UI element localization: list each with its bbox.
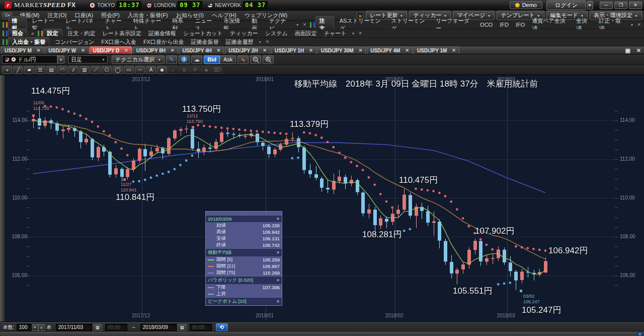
draw-pencil-button[interactable]: ✎ bbox=[166, 55, 177, 64]
chart-restore-icon[interactable]: ▣ bbox=[625, 47, 630, 54]
toolbar-close-icon[interactable]: ✕ bbox=[263, 39, 271, 44]
bid-toggle[interactable]: Bid bbox=[204, 55, 220, 64]
panel-drag-handle[interactable]: ········· bbox=[206, 212, 282, 215]
tab-close-icon[interactable]: ✕ bbox=[405, 48, 409, 53]
ellipse-tool[interactable]: ◯ bbox=[113, 66, 123, 74]
minimize-button[interactable]: ─ bbox=[600, 2, 613, 9]
toolbar-item[interactable]: OCO bbox=[476, 21, 496, 28]
zoom-out-button[interactable] bbox=[250, 55, 261, 64]
ray-tool[interactable]: ⟋ bbox=[91, 66, 101, 74]
text-tool[interactable]: A bbox=[146, 66, 156, 74]
price-chart-canvas[interactable] bbox=[0, 75, 644, 322]
status-close-icon[interactable]: ✕ bbox=[636, 332, 644, 336]
tab-usd-jpy-w[interactable]: USD/JPY W✕ bbox=[45, 46, 88, 54]
zoom-in-button[interactable] bbox=[263, 55, 274, 64]
period-select[interactable]: 日足▼ bbox=[68, 55, 108, 63]
tab-usd-jpy-1h[interactable]: USD/JPY 1H✕ bbox=[271, 46, 316, 54]
toolbar-group-label[interactable]: 設定 bbox=[43, 29, 62, 38]
weather-button[interactable]: ☁ bbox=[191, 55, 202, 64]
technical-select-button[interactable]: テクニカル選択▼ bbox=[112, 55, 165, 64]
parallel-lines-tool[interactable]: ☰ bbox=[35, 66, 45, 74]
tab-usd-jpy-d[interactable]: USD/JPY D✕ bbox=[90, 46, 132, 54]
toolbar-item[interactable]: 証拠金履歴 bbox=[222, 38, 257, 46]
tab-close-icon[interactable]: ✕ bbox=[309, 48, 313, 53]
stamp-tool[interactable]: ☻ bbox=[157, 66, 167, 74]
tab-close-icon[interactable]: ✕ bbox=[171, 48, 175, 53]
toolbar-group-label[interactable]: 照会 bbox=[8, 29, 27, 38]
tab-usd-jpy-1m[interactable]: USD/JPY 1M✕ bbox=[414, 46, 459, 54]
toolbar-more-icon[interactable]: ▼ bbox=[350, 32, 356, 35]
fib-fan-tool[interactable]: ⫽ bbox=[68, 66, 78, 74]
tab-usd-jpy-30m[interactable]: USD/JPY 30M✕ bbox=[317, 46, 366, 54]
date-to-input[interactable]: 2018/03/09 bbox=[140, 324, 177, 331]
toolbar-item[interactable]: 証拠金情報 bbox=[145, 29, 180, 38]
pair-dropdown-button[interactable]: ▼ bbox=[57, 55, 64, 63]
toolbar-close-icon[interactable]: ✕ bbox=[301, 22, 309, 27]
toolbar-more-icon[interactable]: ▼ bbox=[257, 40, 263, 44]
toolbar-item[interactable]: コンバージョン bbox=[51, 38, 98, 46]
gann-fan-tool[interactable]: ◠ bbox=[57, 66, 67, 74]
tab-usd-jpy-8h[interactable]: USD/JPY 8H✕ bbox=[133, 46, 178, 54]
tab-usd-jpy-2h[interactable]: USD/JPY 2H✕ bbox=[225, 46, 270, 54]
bar-count-input[interactable]: 100 bbox=[17, 324, 32, 331]
panel-section-close-icon[interactable]: ✕ bbox=[276, 217, 280, 221]
toolbar-item[interactable]: 注文・約定 bbox=[64, 29, 99, 38]
tab-close-icon[interactable]: ✕ bbox=[217, 48, 221, 53]
login-dropdown-arrow[interactable]: ▶ bbox=[587, 1, 593, 10]
crosshair-tool[interactable]: ＋ bbox=[2, 66, 12, 74]
left-collapse-handle[interactable] bbox=[0, 75, 6, 321]
toolbar-item[interactable]: ティッカー bbox=[226, 29, 262, 38]
calendar-to-icon[interactable]: ▦ bbox=[178, 324, 187, 331]
toolbar-expand-chevron[interactable]: » bbox=[29, 31, 36, 36]
count-down-button[interactable]: ▼ bbox=[32, 324, 38, 331]
tab-usd-jpy-4m[interactable]: USD/JPY 4M✕ bbox=[367, 46, 413, 54]
polygon-tool[interactable]: ⬠ bbox=[102, 66, 112, 74]
ask-toggle[interactable]: Ask bbox=[220, 55, 236, 64]
toolbar-item[interactable]: レート表示設定 bbox=[99, 29, 145, 38]
login-button[interactable]: ログイン bbox=[546, 1, 586, 10]
rectangle-tool[interactable]: ▭ bbox=[124, 66, 134, 74]
tab-close-icon[interactable]: ✕ bbox=[37, 48, 41, 53]
filled-lines-tool[interactable]: ▤ bbox=[46, 66, 56, 74]
time-from-input[interactable]: 00:00 bbox=[105, 324, 127, 331]
fib-timezone-tool[interactable]: ▥ bbox=[79, 66, 90, 74]
panel-section-close-icon[interactable]: ✕ bbox=[276, 250, 280, 255]
info-button[interactable]: i bbox=[179, 55, 190, 64]
reload-button[interactable]: ⟲ bbox=[216, 323, 228, 331]
toolbar-item[interactable]: システム bbox=[262, 29, 291, 38]
toolbar-item[interactable]: ショートカット bbox=[180, 29, 226, 38]
toolbar-item[interactable]: IFO bbox=[512, 21, 528, 28]
toolbar-more-icon[interactable]: ▼ bbox=[294, 23, 301, 27]
tab-close-icon[interactable]: ✕ bbox=[359, 48, 363, 53]
tab-close-icon[interactable]: ✕ bbox=[263, 48, 267, 53]
toolbar-item[interactable]: 画面設定 bbox=[291, 29, 320, 38]
tab-close-icon[interactable]: ✕ bbox=[452, 48, 456, 53]
toolbar-item[interactable]: チャート bbox=[320, 29, 350, 38]
currency-pair-select[interactable]: ドル/円 bbox=[2, 55, 57, 63]
close-button[interactable]: ✕ bbox=[629, 2, 642, 9]
chart-close-icon[interactable]: ✕ bbox=[636, 47, 641, 54]
time-to-input[interactable]: 00:00 bbox=[190, 324, 212, 331]
indicator-data-panel[interactable]: ········· 2018/03/09✕始値106.156高値106.942安… bbox=[205, 211, 282, 306]
tab-close-icon[interactable]: ✕ bbox=[81, 48, 85, 53]
toolbar-item[interactable]: 証拠金振替 bbox=[187, 38, 222, 46]
toolbar-item[interactable]: FX口座から出金 bbox=[140, 38, 188, 46]
toolbar-item[interactable]: FX口座へ入金 bbox=[98, 38, 140, 46]
restore-button[interactable]: ❐ bbox=[614, 2, 627, 9]
toolbar-item[interactable]: IFD bbox=[496, 21, 512, 28]
toolbar-close-icon[interactable]: ✕ bbox=[635, 22, 643, 27]
tab-usd-jpy-4h[interactable]: USD/JPY 4H✕ bbox=[179, 46, 224, 54]
horizontal-line-tool[interactable]: ─ bbox=[135, 66, 145, 74]
panel-section-close-icon[interactable]: ✕ bbox=[276, 278, 280, 283]
panel-section-close-icon[interactable]: ✕ bbox=[276, 299, 280, 304]
marker-pen-tool[interactable]: ▰ bbox=[24, 66, 34, 74]
tab-close-icon[interactable]: ✕ bbox=[124, 48, 128, 53]
trendline-tool[interactable]: ╱ bbox=[13, 66, 23, 74]
count-up-button[interactable]: ▲ bbox=[38, 324, 45, 331]
wave-pattern-button[interactable]: ∿ bbox=[237, 55, 249, 64]
toolbar-group-label[interactable]: 入出金・振替 bbox=[8, 37, 49, 47]
tab-usd-jpy-m[interactable]: USD/JPY M✕ bbox=[1, 46, 44, 54]
date-from-input[interactable]: 2017/11/03 bbox=[56, 324, 92, 331]
toolbar-more-icon[interactable]: ▼ bbox=[629, 23, 635, 27]
calendar-from-icon[interactable]: ▦ bbox=[93, 324, 102, 331]
